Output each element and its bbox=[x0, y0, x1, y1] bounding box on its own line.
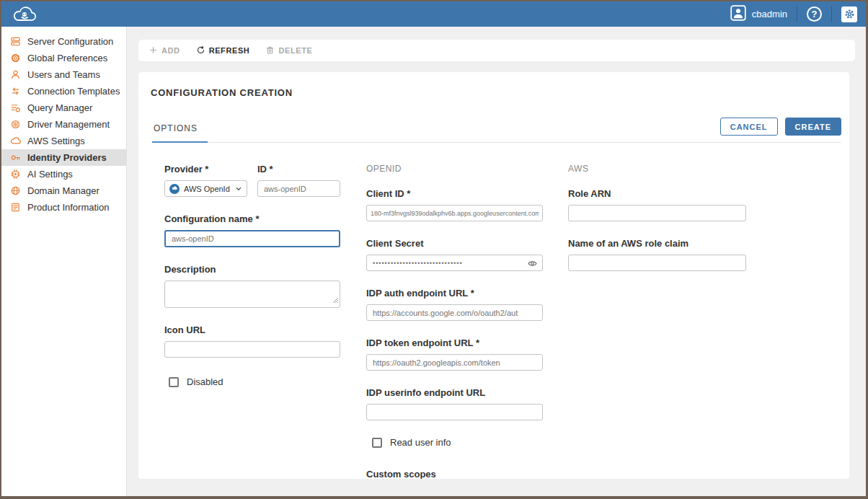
add-button[interactable]: ADD bbox=[149, 45, 180, 56]
trash-icon bbox=[265, 45, 275, 56]
id-input[interactable] bbox=[257, 180, 340, 197]
page-title: CONFIGURATION CREATION bbox=[138, 72, 849, 98]
client-secret-label: Client Secret bbox=[366, 238, 543, 249]
provider-label: Provider * bbox=[164, 164, 247, 175]
ai-chip-icon bbox=[10, 169, 21, 180]
sidebar-item-label: Global Preferences bbox=[27, 53, 107, 63]
tab-options[interactable]: OPTIONS bbox=[152, 123, 208, 143]
disabled-checkbox-row[interactable]: Disabled bbox=[169, 376, 340, 387]
app-window: cbadmin ? Server ConfigurationGlobal Pre… bbox=[0, 0, 868, 499]
provider-select[interactable]: AWS OpenId bbox=[164, 180, 247, 197]
idp-userinfo-endpoint-input[interactable] bbox=[366, 404, 543, 420]
aws-role-claim-input[interactable] bbox=[568, 255, 746, 271]
aws-section-header: AWS bbox=[568, 164, 746, 174]
user-avatar-icon bbox=[730, 5, 746, 23]
role-arn-input[interactable] bbox=[568, 205, 746, 221]
sidebar-item-label: Product Information bbox=[27, 202, 109, 213]
client-id-label: Client ID * bbox=[366, 188, 543, 199]
server-icon bbox=[10, 36, 21, 47]
sidebar-item-label: Query Manager bbox=[27, 102, 92, 113]
cloud-icon bbox=[10, 136, 21, 146]
toolbar-action-label: REFRESH bbox=[209, 46, 250, 55]
toolbar-action-label: DELETE bbox=[278, 46, 312, 55]
idp-userinfo-endpoint-label: IDP userinfo endpoint URL bbox=[366, 387, 543, 398]
show-password-eye-icon[interactable] bbox=[528, 258, 537, 271]
sidebar-item-connection-templates[interactable]: Connection Templates bbox=[1, 83, 126, 100]
idp-auth-endpoint-label: IDP auth endpoint URL * bbox=[366, 288, 543, 299]
key-icon bbox=[10, 152, 21, 163]
id-label: ID * bbox=[257, 164, 340, 175]
create-button[interactable]: CREATE bbox=[785, 118, 841, 136]
description-label: Description bbox=[164, 264, 340, 275]
configuration-form: Provider * AWS OpenId bbox=[164, 164, 849, 479]
swap-arrows-icon bbox=[10, 86, 21, 97]
toolbar-action-label: ADD bbox=[161, 46, 180, 55]
sidebar-item-query-manager[interactable]: Query Manager bbox=[1, 100, 126, 116]
client-id-input[interactable] bbox=[366, 205, 543, 221]
icon-url-input[interactable] bbox=[164, 341, 340, 358]
sidebar-item-driver-management[interactable]: Driver Management bbox=[1, 116, 126, 133]
sidebar-item-label: Users and Teams bbox=[27, 69, 100, 80]
configuration-name-label: Configuration name * bbox=[164, 213, 340, 224]
disabled-checkbox[interactable] bbox=[169, 377, 179, 387]
sidebar-item-label: AWS Settings bbox=[27, 136, 85, 146]
read-user-info-checkbox[interactable] bbox=[372, 438, 382, 448]
disabled-checkbox-label: Disabled bbox=[187, 376, 223, 387]
driver-icon bbox=[10, 119, 21, 130]
client-secret-input[interactable] bbox=[366, 255, 543, 271]
sidebar-item-label: Connection Templates bbox=[27, 86, 120, 97]
sidebar-item-users-and-teams[interactable]: Users and Teams bbox=[1, 66, 126, 83]
user-menu[interactable]: cbadmin bbox=[730, 5, 787, 23]
sidebar-item-identity-providers[interactable]: Identity Providers bbox=[1, 149, 126, 166]
plus-icon bbox=[149, 45, 158, 56]
document-icon bbox=[10, 202, 21, 213]
description-textarea[interactable] bbox=[164, 281, 340, 308]
cloudbeaver-logo-icon[interactable] bbox=[10, 5, 42, 24]
read-user-info-checkbox-row[interactable]: Read user info bbox=[372, 437, 543, 448]
read-user-info-label: Read user info bbox=[390, 437, 451, 448]
sidebar-item-label: Domain Manager bbox=[27, 185, 99, 196]
provider-value: AWS OpenId bbox=[184, 185, 231, 193]
configuration-panel: CONFIGURATION CREATION OPTIONS CANCEL CR… bbox=[138, 72, 849, 479]
user-name: cbadmin bbox=[752, 9, 787, 19]
header-divider bbox=[831, 6, 832, 22]
sidebar-item-label: Identity Providers bbox=[27, 152, 107, 163]
configuration-name-input[interactable] bbox=[164, 230, 340, 247]
resize-handle-icon[interactable] bbox=[332, 293, 339, 306]
user-icon bbox=[10, 69, 21, 80]
cancel-button[interactable]: CANCEL bbox=[720, 118, 778, 136]
globe-icon bbox=[10, 185, 21, 196]
sidebar-item-server-configuration[interactable]: Server Configuration bbox=[1, 33, 126, 50]
refresh-icon bbox=[196, 45, 205, 56]
sidebar-item-global-preferences[interactable]: Global Preferences bbox=[1, 50, 126, 66]
admin-sidebar: Server ConfigurationGlobal PreferencesUs… bbox=[1, 27, 127, 496]
query-list-icon bbox=[10, 102, 21, 113]
aws-role-claim-label: Name of an AWS role claim bbox=[568, 238, 746, 249]
sidebar-item-label: AI Settings bbox=[27, 169, 73, 180]
idp-token-endpoint-label: IDP token endpoint URL * bbox=[366, 337, 543, 348]
sidebar-item-aws-settings[interactable]: AWS Settings bbox=[1, 133, 126, 149]
role-arn-label: Role ARN bbox=[568, 188, 746, 199]
icon-url-label: Icon URL bbox=[164, 324, 340, 335]
sidebar-item-ai-settings[interactable]: AI Settings bbox=[1, 166, 126, 182]
help-icon[interactable]: ? bbox=[807, 6, 822, 22]
custom-scopes-label: Custom scopes bbox=[366, 469, 543, 479]
sidebar-item-product-information[interactable]: Product Information bbox=[1, 199, 126, 216]
refresh-button[interactable]: REFRESH bbox=[196, 45, 250, 56]
sidebar-item-label: Driver Management bbox=[27, 119, 110, 130]
idp-token-endpoint-input[interactable] bbox=[366, 354, 543, 371]
aws-openid-provider-icon bbox=[169, 184, 180, 194]
administration-settings-icon[interactable] bbox=[841, 6, 857, 22]
idp-auth-endpoint-input[interactable] bbox=[366, 304, 543, 321]
chevron-down-icon bbox=[235, 182, 242, 195]
header-divider bbox=[797, 6, 797, 22]
sidebar-item-label: Server Configuration bbox=[27, 36, 113, 47]
gear-icon bbox=[10, 53, 21, 63]
top-bar: cbadmin ? bbox=[1, 1, 866, 27]
openid-section-header: OPENID bbox=[366, 164, 543, 174]
sidebar-item-domain-manager[interactable]: Domain Manager bbox=[1, 182, 126, 199]
items-toolbar: ADDREFRESHDELETE bbox=[138, 40, 855, 61]
tab-bar: OPTIONS CANCEL CREATE bbox=[152, 116, 841, 143]
main-area: ADDREFRESHDELETE CONFIGURATION CREATION … bbox=[127, 27, 866, 496]
delete-button[interactable]: DELETE bbox=[265, 45, 312, 56]
